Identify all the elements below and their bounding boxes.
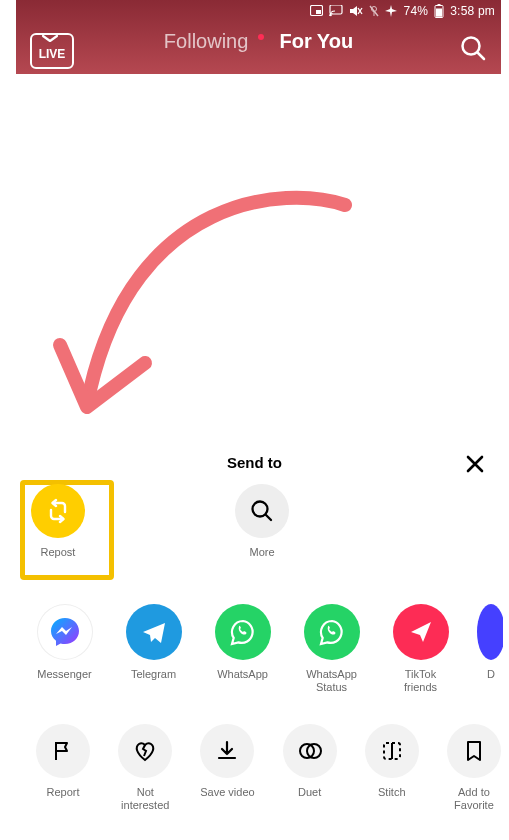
download-icon [214,738,240,764]
stitch-label: Stitch [378,786,406,799]
share-whatsapp[interactable]: WhatsApp [212,604,273,681]
share-whatsapp-status[interactable]: WhatsApp Status [301,604,362,694]
action-report[interactable]: Report [34,724,92,799]
tiktok-friends-label: TikTok friends [404,668,437,694]
share-telegram[interactable]: Telegram [123,604,184,681]
report-label: Report [47,786,80,799]
send-icon [407,618,435,646]
close-button[interactable] [461,450,489,478]
not-interested-label: Not interested [121,786,169,812]
telegram-icon [139,617,169,647]
action-not-interested[interactable]: Not interested [116,724,174,812]
whatsapp-status-label: WhatsApp Status [306,668,357,694]
pip-icon [310,5,323,17]
cast-icon [329,5,343,17]
svg-point-8 [463,38,480,55]
search-button[interactable] [459,34,487,62]
share-messenger[interactable]: Messenger [34,604,95,681]
action-save-video[interactable]: Save video [198,724,256,799]
svg-rect-7 [436,9,442,17]
share-tiktok-friends[interactable]: TikTok friends [390,604,451,694]
tab-for-you[interactable]: For You [279,30,353,52]
clock-label: 3:58 pm [450,4,495,18]
messenger-icon [47,614,83,650]
duet-label: Duet [298,786,321,799]
whatsapp-icon [228,617,258,647]
battery-label: 74% [404,4,429,18]
annotation-arrow [35,175,365,435]
stitch-icon [379,738,405,764]
svg-rect-2 [330,5,342,14]
telegram-label: Telegram [131,668,176,681]
whatsapp-status-icon [317,617,347,647]
search-icon [249,498,275,524]
partial-label: D [487,668,495,681]
repost-button[interactable]: Repost [26,484,90,559]
repost-icon [44,497,72,525]
more-label: More [249,546,274,559]
battery-icon [434,4,444,18]
action-stitch[interactable]: Stitch [363,724,421,799]
whatsapp-label: WhatsApp [217,668,268,681]
add-fav-label: Add to Favorite [454,786,494,812]
mute-icon [349,5,363,17]
new-dot-icon [258,34,264,40]
svg-rect-6 [438,4,441,6]
flag-icon [50,738,76,764]
share-partial[interactable]: D [479,604,503,681]
repost-label: Repost [41,546,76,559]
more-button[interactable]: More [230,484,294,559]
feed-tabs: Following For You [16,30,501,53]
action-duet[interactable]: Duet [281,724,339,799]
messenger-label: Messenger [37,668,91,681]
tab-following[interactable]: Following [164,30,248,52]
action-add-to-favorites[interactable]: Add to Favorite [445,724,503,812]
svg-point-3 [329,14,331,16]
share-title: Send to [6,454,503,471]
bookmark-icon [462,738,486,764]
save-video-label: Save video [200,786,254,799]
duet-icon [296,737,324,765]
no-signal-icon [369,5,379,17]
airplane-icon [385,5,398,17]
broken-heart-icon [131,737,159,765]
status-bar: 74% 3:58 pm [310,0,495,22]
svg-rect-1 [316,10,321,14]
share-sheet: Send to Repost More [6,436,503,840]
